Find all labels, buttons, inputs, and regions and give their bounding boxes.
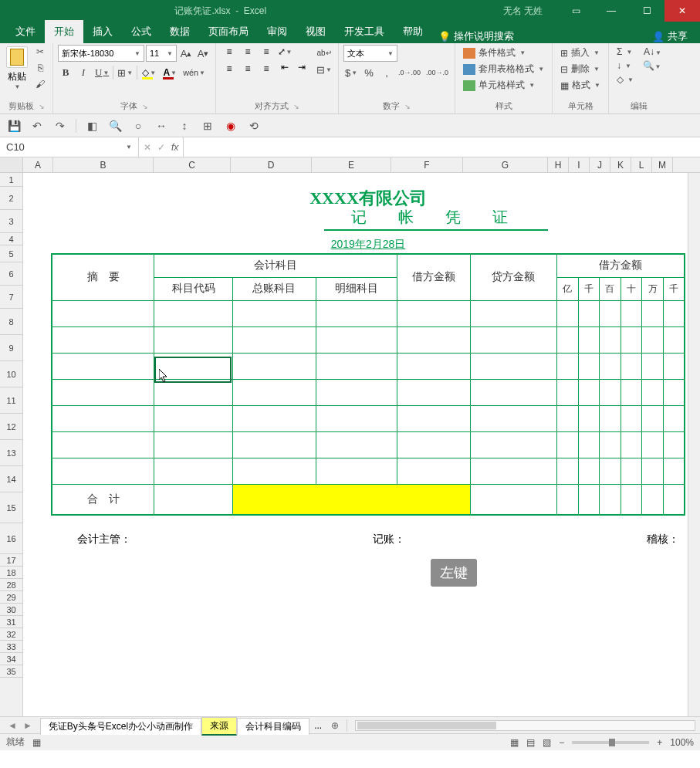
tell-me-search[interactable]: 💡 操作说明搜索	[438, 29, 514, 43]
align-right-button[interactable]: ≡	[258, 62, 275, 76]
column-header[interactable]: B	[53, 157, 154, 172]
row-header[interactable]: 12	[0, 414, 22, 440]
row-header[interactable]: 16	[0, 523, 22, 554]
zoom-out-button[interactable]: −	[559, 737, 564, 748]
tab-help[interactable]: 帮助	[394, 20, 432, 43]
fx-icon[interactable]: fx	[171, 142, 178, 153]
autosum-button[interactable]: Σ▼ A↓▼	[614, 45, 664, 59]
qat-button[interactable]: ⟲	[246, 118, 262, 134]
close-button[interactable]: ✕	[664, 0, 700, 22]
tab-layout[interactable]: 页面布局	[199, 20, 258, 43]
sort-filter-button[interactable]: A↓▼	[644, 46, 661, 57]
horizontal-scrollbar[interactable]	[355, 720, 695, 731]
qat-button[interactable]: 🔍	[107, 118, 123, 134]
row-header[interactable]: 2	[0, 187, 22, 210]
dialog-launcher[interactable]: ↘	[404, 103, 411, 110]
column-header[interactable]: K	[610, 157, 631, 172]
column-header[interactable]: M	[652, 157, 673, 172]
enter-icon[interactable]: ✓	[157, 142, 165, 153]
row-header[interactable]: 31	[0, 616, 22, 628]
comma-button[interactable]: ,	[379, 65, 394, 80]
decrease-decimal-button[interactable]: .00→.0	[424, 65, 450, 80]
qat-button[interactable]: ↔	[154, 118, 169, 134]
tab-formulas[interactable]: 公式	[122, 20, 161, 43]
ribbon-display-button[interactable]: ▭	[558, 0, 593, 22]
qat-button[interactable]: ◉	[223, 118, 238, 134]
row-header[interactable]: 34	[0, 653, 22, 665]
sheet-tab[interactable]: 凭证By头条号Excel办公小动画制作	[40, 718, 201, 735]
fill-button[interactable]: ↓▼ 🔍▼	[614, 59, 664, 73]
sheet-tab[interactable]: 会计科目编码	[237, 718, 309, 735]
column-header[interactable]: G	[463, 157, 548, 172]
tab-view[interactable]: 视图	[296, 20, 335, 43]
vertical-scrollbar[interactable]	[688, 173, 700, 716]
row-header[interactable]: 8	[0, 309, 22, 335]
align-top-button[interactable]: ≡	[221, 45, 238, 59]
orientation-button[interactable]: ⤢▼	[276, 45, 293, 59]
decrease-indent-button[interactable]: ⇤	[276, 60, 293, 74]
tab-home[interactable]: 开始	[45, 20, 83, 43]
share-button[interactable]: 👤 共享	[652, 29, 694, 43]
row-header[interactable]: 6	[0, 262, 22, 286]
qat-button[interactable]: ⊞	[200, 118, 215, 134]
zoom-slider[interactable]	[572, 741, 649, 744]
sheet-tab-active[interactable]: 来源	[201, 717, 237, 736]
paste-button[interactable]: 粘贴 ▼	[5, 45, 29, 92]
dialog-launcher[interactable]: ↘	[39, 103, 45, 110]
align-bottom-button[interactable]: ≡	[258, 45, 275, 59]
column-header[interactable]: L	[631, 157, 652, 172]
cancel-icon[interactable]: ✕	[144, 142, 151, 153]
row-header[interactable]: 7	[0, 286, 22, 309]
row-header[interactable]: 30	[0, 604, 22, 616]
row-header[interactable]: 28	[0, 579, 22, 591]
increase-decimal-button[interactable]: .0→.00	[397, 65, 422, 80]
row-header[interactable]: 10	[0, 361, 22, 387]
merge-button[interactable]: ⊟▼	[315, 62, 333, 77]
italic-button[interactable]: I	[76, 65, 91, 80]
dialog-launcher[interactable]: ↘	[293, 103, 299, 110]
qat-button[interactable]: ◧	[84, 118, 100, 134]
conditional-format-button[interactable]: 条件格式▼	[460, 45, 547, 61]
font-color-button[interactable]: A▼	[161, 65, 179, 80]
format-as-table-button[interactable]: 套用表格格式▼	[460, 61, 547, 77]
number-format-select[interactable]: 文本▼	[343, 45, 397, 62]
fill-color-button[interactable]: ◇▼	[140, 65, 158, 80]
sheet-nav-next[interactable]: ►	[23, 720, 32, 731]
tab-insert[interactable]: 插入	[83, 20, 122, 43]
find-select-button[interactable]: 🔍▼	[643, 60, 661, 71]
dialog-launcher[interactable]: ↘	[142, 103, 148, 110]
decrease-font-button[interactable]: A▾	[195, 46, 211, 61]
row-header[interactable]: 35	[0, 665, 22, 678]
new-sheet-button[interactable]: ⊕	[326, 720, 343, 731]
macro-icon[interactable]: ▦	[32, 737, 41, 748]
maximize-button[interactable]: ☐	[629, 0, 664, 22]
row-header[interactable]: 9	[0, 335, 22, 361]
sheet-more[interactable]: ...	[309, 720, 326, 731]
user-name[interactable]: 无名 无姓	[503, 5, 543, 18]
format-cells-button[interactable]: ▦格式▼	[557, 77, 604, 93]
row-header[interactable]: 4	[0, 233, 22, 245]
minimize-button[interactable]: —	[593, 0, 629, 22]
column-header[interactable]: A	[23, 157, 53, 172]
select-all-button[interactable]	[0, 157, 23, 172]
column-header[interactable]: J	[590, 157, 610, 172]
clear-button[interactable]: ◇▼	[614, 73, 664, 86]
increase-font-button[interactable]: A▴	[178, 46, 194, 61]
underline-button[interactable]: U▼	[93, 65, 110, 80]
column-header[interactable]: C	[154, 157, 231, 172]
tab-data[interactable]: 数据	[161, 20, 199, 43]
row-header[interactable]: 33	[0, 641, 22, 653]
align-center-button[interactable]: ≡	[239, 62, 256, 76]
undo-button[interactable]: ↶	[29, 118, 45, 134]
row-header[interactable]: 17	[0, 554, 22, 567]
column-header[interactable]: I	[569, 157, 590, 172]
column-header[interactable]: F	[391, 157, 463, 172]
align-left-button[interactable]: ≡	[221, 62, 238, 76]
qat-button[interactable]: ○	[130, 118, 146, 134]
border-button[interactable]: ⊞▼	[116, 65, 134, 80]
cell-styles-button[interactable]: 单元格样式▼	[460, 77, 547, 93]
row-header[interactable]: 32	[0, 628, 22, 641]
view-normal-button[interactable]: ▦	[510, 737, 519, 748]
row-header[interactable]: 29	[0, 591, 22, 604]
align-middle-button[interactable]: ≡	[239, 45, 256, 59]
